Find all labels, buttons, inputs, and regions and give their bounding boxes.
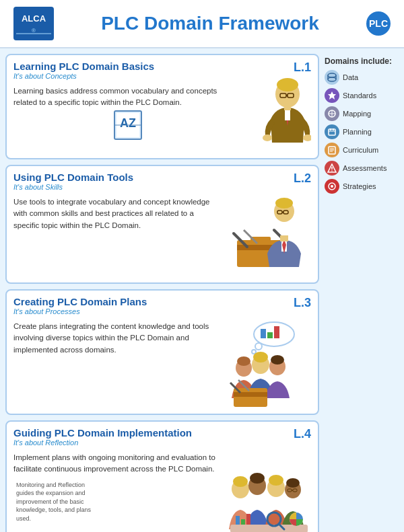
- svg-rect-62: [246, 514, 250, 525]
- svg-point-17: [303, 135, 311, 141]
- card-4-text: Implement plans with ongoing monitoring …: [13, 452, 218, 476]
- card-1-body: Learning basics address common vocabular…: [13, 85, 311, 153]
- card-4-illustration: [224, 452, 311, 532]
- card-3-title: Creating PLC Domain Plans: [13, 296, 147, 307]
- svg-rect-0: [13, 7, 54, 40]
- card-4-title: Guiding PLC Domain Implementation: [13, 427, 192, 439]
- svg-point-16: [263, 135, 272, 141]
- card-4-title-area: Guiding PLC Domain Implementation It's a…: [13, 427, 192, 447]
- svg-rect-35: [261, 329, 266, 338]
- svg-rect-61: [241, 519, 245, 525]
- domain-label-strategies: Strategies: [343, 182, 376, 190]
- svg-text:ALCA: ALCA: [22, 13, 46, 24]
- svg-point-43: [271, 355, 284, 365]
- svg-point-41: [253, 352, 268, 363]
- card-3-title-area: Creating PLC Domain Plans It's about Pro…: [13, 296, 147, 315]
- svg-text:®: ®: [32, 28, 36, 34]
- main-content: Learning PLC Domain Basics It's about Co…: [0, 48, 404, 532]
- svg-rect-31: [280, 235, 288, 241]
- card-3: Creating PLC Domain Plans It's about Pro…: [5, 289, 319, 415]
- domain-item-curriculum: Curriculum: [325, 143, 399, 157]
- domains-title: Domains include:: [325, 56, 399, 66]
- card-2-header: Using PLC Domain Tools It's about Skills…: [13, 172, 311, 191]
- card-1-title-area: Learning PLC Domain Basics It's about Co…: [13, 61, 154, 80]
- card-2-illustration: [224, 196, 311, 277]
- card-4-subtitle: It's about Reflection: [13, 439, 192, 447]
- svg-point-33: [255, 343, 262, 350]
- svg-point-51: [250, 473, 265, 484]
- card-2-label: L.2: [294, 172, 311, 186]
- card-3-text: Create plans integrating the content kno…: [13, 321, 218, 356]
- domain-item-standards: Standards: [325, 88, 399, 103]
- card-3-body: Create plans integrating the content kno…: [13, 321, 311, 408]
- svg-point-39: [237, 356, 250, 366]
- card-1-subtitle: It's about Concepts: [13, 72, 154, 80]
- card-3-label: L.3: [294, 296, 311, 310]
- svg-point-55: [286, 478, 300, 488]
- card-4: Guiding PLC Domain Implementation It's a…: [5, 420, 319, 532]
- cards-column: Learning PLC Domain Basics It's about Co…: [5, 54, 319, 532]
- card-1-label: L.1: [294, 61, 311, 75]
- svg-point-69: [328, 77, 336, 81]
- card-2-body: Use tools to integrate vocabulary and co…: [13, 196, 311, 277]
- domain-item-assessments: Assessments: [325, 161, 399, 176]
- domain-item-mapping: Mapping: [325, 106, 399, 121]
- card-1-title: Learning PLC Domain Basics: [13, 61, 154, 72]
- domain-label-planning: Planning: [343, 128, 372, 136]
- page-title: PLC Domain Framework: [62, 13, 358, 34]
- domain-item-planning: Planning: [325, 124, 399, 139]
- svg-rect-37: [274, 326, 279, 338]
- svg-point-34: [252, 350, 256, 354]
- svg-point-25: [275, 198, 293, 208]
- alca-logo: ALCA ®: [13, 7, 54, 40]
- svg-point-49: [233, 476, 248, 487]
- domain-item-data: Data: [325, 70, 399, 85]
- card-1-illustration: AZ: [224, 85, 311, 153]
- domain-item-strategies: Strategies: [325, 179, 399, 194]
- svg-rect-36: [267, 332, 273, 338]
- svg-text:AZ: AZ: [120, 116, 136, 130]
- card-2: Using PLC Domain Tools It's about Skills…: [5, 165, 319, 284]
- svg-point-9: [277, 78, 298, 91]
- card-3-illustration: [224, 321, 311, 408]
- planning-domain-icon: [325, 124, 339, 139]
- svg-point-66: [328, 73, 336, 77]
- card-2-text: Use tools to integrate vocabulary and co…: [13, 196, 218, 231]
- card-4-body: Implement plans with ongoing monitoring …: [13, 452, 311, 532]
- svg-point-53: [269, 475, 283, 486]
- card-2-title: Using PLC Domain Tools: [13, 172, 133, 183]
- plc-badge: PLC: [366, 11, 391, 36]
- strategies-domain-icon: [325, 179, 339, 194]
- svg-rect-15: [284, 105, 291, 110]
- svg-rect-45: [234, 392, 267, 397]
- svg-point-84: [331, 170, 333, 172]
- card-4-header: Guiding PLC Domain Implementation It's a…: [13, 427, 311, 447]
- domain-label-standards: Standards: [343, 91, 376, 100]
- svg-rect-60: [236, 516, 240, 525]
- domain-label-mapping: Mapping: [343, 110, 371, 118]
- svg-rect-74: [329, 129, 335, 135]
- standards-domain-icon: [325, 88, 339, 103]
- svg-point-86: [331, 185, 333, 188]
- card-3-header: Creating PLC Domain Plans It's about Pro…: [13, 296, 311, 315]
- curriculum-domain-icon: [325, 143, 339, 157]
- domain-label-curriculum: Curriculum: [343, 146, 378, 154]
- domain-label-assessments: Assessments: [343, 164, 386, 172]
- mapping-domain-icon: [325, 106, 339, 121]
- domains-sidebar: Domains include: Data Standards: [325, 54, 399, 532]
- domain-label-data: Data: [343, 73, 358, 81]
- bottom-note: Monitoring and Reflection guides the exp…: [13, 481, 94, 523]
- card-2-title-area: Using PLC Domain Tools It's about Skills: [13, 172, 133, 191]
- card-4-label: L.4: [294, 427, 311, 441]
- assessments-domain-icon: [325, 161, 339, 176]
- card-2-subtitle: It's about Skills: [13, 183, 133, 191]
- card-3-subtitle: It's about Processes: [13, 307, 147, 315]
- page-header: ALCA ® PLC Domain Framework PLC: [0, 0, 404, 48]
- svg-marker-70: [328, 91, 336, 100]
- card-1: Learning PLC Domain Basics It's about Co…: [5, 54, 319, 159]
- data-domain-icon: [325, 70, 339, 85]
